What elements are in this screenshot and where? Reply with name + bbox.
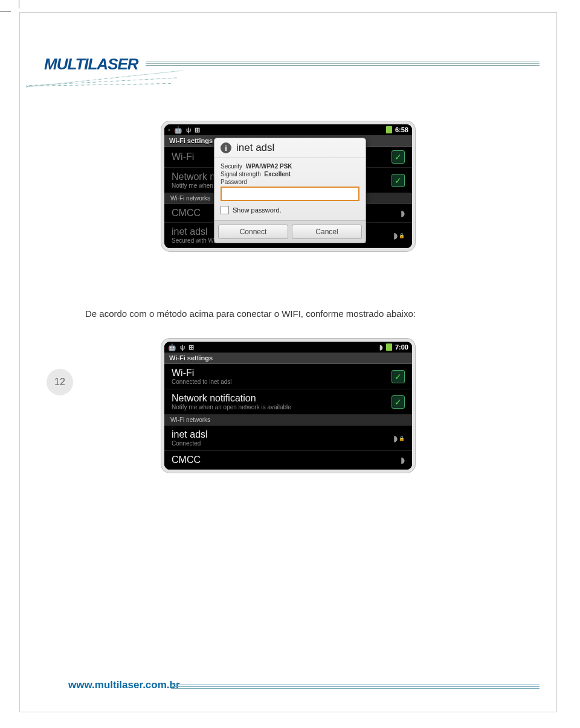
dialog-title: inet adsl — [236, 142, 274, 154]
debug-icon: ⊞ — [195, 126, 200, 134]
status-clock: 6:58 — [395, 126, 408, 133]
brand-logo: MULTILASER — [44, 55, 138, 74]
document-page: MULTILASER ◦ 🤖 ψ ⊞ 6:58 Wi-Fi settings W… — [19, 12, 557, 712]
status-icons-right: 6:58 — [386, 126, 408, 133]
wifi-toggle-label: Wi-Fi — [172, 152, 194, 162]
debug-icon: ⊞ — [188, 343, 194, 351]
footer-url: www.multilaser.com.br — [68, 679, 180, 691]
status-clock: 7:00 — [395, 343, 408, 351]
status-bar: 🤖 ψ ⊞ ◗ 7:00 — [164, 342, 412, 353]
crop-mark — [19, 0, 19, 8]
wifi-toggle-label: Wi-Fi — [172, 368, 232, 378]
show-password-checkbox[interactable] — [221, 206, 229, 214]
connect-button[interactable]: Connect — [218, 225, 288, 239]
dialog-body: Security WPA/WPA2 PSK Signal strength Ex… — [214, 158, 366, 220]
network-status-sub: Connected — [172, 440, 208, 447]
show-password-row[interactable]: Show password. — [221, 206, 359, 214]
battery-icon — [386, 126, 392, 133]
wifi-icon: ◦ — [168, 126, 170, 133]
usb-icon: ψ — [186, 126, 191, 133]
info-icon: i — [221, 142, 231, 153]
status-bar: ◦ 🤖 ψ ⊞ 6:58 — [164, 124, 412, 135]
network-notification-sub: Notify me when an open network is availa… — [172, 404, 291, 410]
android-icon: 🤖 — [168, 343, 176, 351]
wifi-connect-dialog: i inet adsl Security WPA/WPA2 PSK Signal… — [214, 138, 366, 243]
usb-icon: ψ — [180, 343, 185, 351]
network-name: inet adsl — [172, 226, 218, 237]
footer-rule — [171, 685, 540, 690]
network-row-cmcc[interactable]: CMCC ◗ — [164, 451, 412, 470]
password-label: Password — [221, 179, 359, 185]
header: MULTILASER — [44, 55, 540, 74]
signal-value: Excellent — [264, 171, 291, 177]
show-password-label: Show password. — [233, 206, 282, 214]
security-value: WPA/WPA2 PSK — [246, 163, 292, 170]
network-notification-checkbox[interactable]: ✓ — [392, 395, 405, 409]
wifi-networks-section: Wi-Fi networks — [164, 415, 412, 426]
header-rule — [146, 62, 540, 67]
dialog-header: i inet adsl — [214, 138, 366, 158]
wifi-toggle-row[interactable]: Wi-Fi Connected to inet adsl ✓ — [164, 364, 412, 389]
wifi-signal-secured-icon: ◗ — [393, 231, 405, 240]
status-icons-left: 🤖 ψ ⊞ — [168, 343, 194, 351]
signal-label: Signal strength — [221, 171, 261, 177]
network-name: inet adsl — [172, 429, 208, 440]
password-input[interactable] — [221, 187, 359, 201]
cancel-button[interactable]: Cancel — [292, 225, 362, 239]
dialog-buttons: Connect Cancel — [214, 220, 366, 243]
network-name: CMCC — [172, 208, 201, 219]
decorative-lines — [26, 76, 195, 88]
screen-title: Wi-Fi settings — [164, 353, 412, 364]
network-row-inetadsl[interactable]: inet adsl Connected ◗ — [164, 426, 412, 451]
network-notification-checkbox[interactable]: ✓ — [392, 174, 405, 187]
status-icons-left: ◦ 🤖 ψ ⊞ — [168, 126, 200, 134]
wifi-signal-icon: ◗ — [401, 208, 405, 218]
network-name: CMCC — [172, 455, 201, 465]
page-number: 12 — [47, 369, 73, 395]
wifi-signal-secured-icon: ◗ — [393, 433, 405, 443]
signal-row: Signal strength Excellent — [221, 171, 359, 177]
wifi-toggle-checkbox[interactable]: ✓ — [392, 370, 405, 383]
wifi-toggle-checkbox[interactable]: ✓ — [392, 150, 405, 164]
android-icon: 🤖 — [174, 126, 182, 134]
security-label: Security — [221, 163, 242, 170]
wifi-icon: ◗ — [379, 343, 383, 351]
network-notification-label: Network n — [172, 171, 215, 182]
network-notification-row[interactable]: Network notification Notify me when an o… — [164, 389, 412, 415]
network-notification-sub: Notify me when — [172, 182, 215, 189]
wifi-signal-icon: ◗ — [401, 455, 405, 465]
security-row: Security WPA/WPA2 PSK — [221, 163, 359, 170]
screenshot-wifi-connected: 🤖 ψ ⊞ ◗ 7:00 Wi-Fi settings Wi-Fi Connec… — [161, 339, 415, 473]
status-icons-right: ◗ 7:00 — [379, 343, 408, 351]
network-notification-label: Network notification — [172, 393, 291, 404]
screenshot-wifi-dialog: ◦ 🤖 ψ ⊞ 6:58 Wi-Fi settings Wi-Fi ✓ Netw… — [161, 121, 415, 251]
caption-text: De acordo com o método acima para conect… — [85, 308, 496, 319]
battery-icon — [386, 343, 392, 351]
network-security-sub: Secured with WP — [172, 237, 218, 244]
wifi-connected-sub: Connected to inet adsl — [172, 378, 232, 385]
crop-mark — [0, 11, 11, 12]
